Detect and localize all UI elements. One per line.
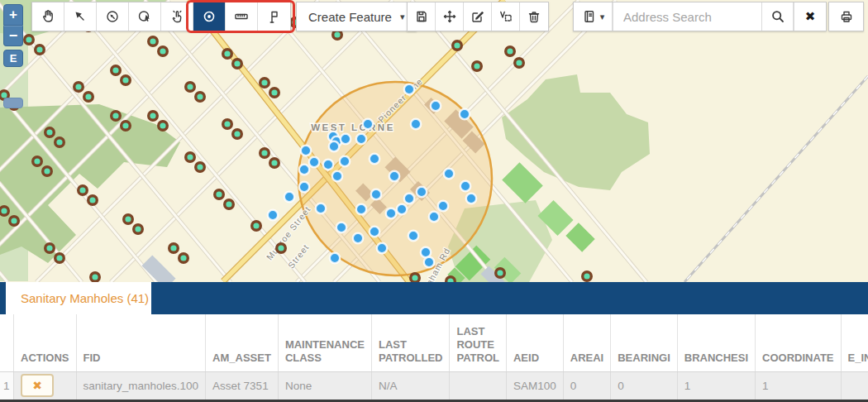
identify-buffer-button[interactable] [193,2,226,31]
manhole-point[interactable] [10,217,19,226]
manhole-point-selected[interactable] [330,253,340,263]
manhole-point[interactable] [74,83,83,92]
column-header-coordinate[interactable]: COORDINATE [756,314,841,371]
save-edits-button[interactable] [408,2,436,31]
manhole-point[interactable] [196,93,205,102]
manhole-point[interactable] [270,89,279,98]
lasso-select-button[interactable] [129,2,161,31]
manhole-point-selected[interactable] [356,204,366,214]
manhole-point[interactable] [233,130,242,139]
manhole-point[interactable] [496,269,505,278]
create-feature-dropdown[interactable]: Create Feature ▾ [297,2,416,31]
column-header-bearingi[interactable]: BEARINGI [611,314,678,371]
manhole-point-selected[interactable] [389,171,399,181]
manhole-point[interactable] [88,196,98,205]
manhole-point-selected[interactable] [340,156,350,166]
manhole-point-selected[interactable] [386,208,396,218]
manhole-point-selected[interactable] [460,181,470,191]
manhole-point-selected[interactable] [353,233,363,243]
manhole-point[interactable] [179,254,188,263]
manhole-point[interactable] [159,122,168,131]
manhole-point-selected[interactable] [408,231,418,241]
extent-button[interactable]: E [3,50,23,67]
column-header-maintenance_class[interactable]: MAINTENANCE CLASS [278,314,371,371]
manhole-point[interactable] [149,112,158,121]
manhole-point[interactable] [333,31,342,40]
manhole-point-selected[interactable] [341,134,351,144]
manhole-point[interactable] [260,149,269,158]
manhole-point[interactable] [33,157,42,166]
manhole-point[interactable] [134,225,143,234]
manhole-point[interactable] [223,120,232,129]
tap-select-button[interactable] [161,2,193,31]
manhole-point-selected[interactable] [363,119,373,129]
manhole-point-selected[interactable] [371,189,381,199]
column-header-fid[interactable]: FID [76,314,206,371]
manhole-point-selected[interactable] [417,187,427,197]
manhole-point-selected[interactable] [377,243,387,253]
manhole-point[interactable] [112,112,121,121]
manhole-point[interactable] [124,215,133,224]
manhole-point[interactable] [506,47,515,56]
manhole-point[interactable] [215,190,224,199]
column-header-areai[interactable]: AREAI [563,314,610,371]
remove-row-button[interactable]: ✖ [21,374,54,397]
manhole-point[interactable] [36,45,45,55]
map-canvas[interactable]: WEST LORNEPioneer LineMunroe StreetStree… [0,0,868,282]
manhole-point-selected[interactable] [466,194,476,203]
move-feature-button[interactable] [436,2,464,31]
manhole-point-selected[interactable] [424,257,434,267]
manhole-point-selected[interactable] [444,169,454,179]
manhole-point-selected[interactable] [397,204,407,214]
manhole-point-selected[interactable] [431,101,441,111]
pointer-select-button[interactable] [64,2,97,31]
select-visible-button[interactable] [97,2,129,31]
manhole-point-selected[interactable] [370,154,379,164]
manhole-point[interactable] [84,93,93,102]
edit-vertices-button[interactable] [492,2,520,31]
manhole-point[interactable] [122,76,131,85]
measure-area-button[interactable] [258,2,290,31]
column-header-branchesi[interactable]: BRANCHESI [677,314,755,371]
manhole-point-selected[interactable] [299,165,309,175]
manhole-point[interactable] [45,244,55,253]
edit-feature-button[interactable] [464,2,492,31]
manhole-point[interactable] [43,167,52,176]
manhole-point[interactable] [583,272,592,281]
manhole-point-selected[interactable] [329,141,339,151]
search-button[interactable] [761,2,794,31]
column-header-actions[interactable]: ACTIONS [14,314,77,371]
manhole-point-selected[interactable] [460,109,470,119]
manhole-point[interactable] [55,254,64,263]
manhole-point[interactable] [473,62,482,71]
manhole-point[interactable] [260,79,269,88]
manhole-point[interactable] [252,222,261,231]
manhole-point-selected[interactable] [421,247,431,257]
manhole-point[interactable] [91,273,100,282]
column-header-e_inv[interactable]: E_INV [841,314,868,371]
manhole-point-selected[interactable] [323,160,333,170]
column-header-aeid[interactable]: AEID [506,314,563,371]
manhole-point[interactable] [0,207,8,216]
manhole-point[interactable] [122,122,131,131]
manhole-point[interactable] [453,41,462,50]
manhole-point-selected[interactable] [411,119,421,129]
manhole-point[interactable] [25,36,34,45]
manhole-point[interactable] [270,159,279,168]
manhole-point-selected[interactable] [309,157,319,167]
manhole-point-selected[interactable] [356,134,366,144]
manhole-point[interactable] [186,153,195,162]
column-header-last_route_patrol[interactable]: LAST ROUTE PATROL [450,314,507,371]
manhole-point-selected[interactable] [332,171,342,181]
manhole-point-selected[interactable] [336,223,346,232]
manhole-point[interactable] [55,138,64,147]
manhole-point[interactable] [277,244,286,253]
manhole-point-selected[interactable] [404,194,414,203]
row-number-header[interactable] [0,314,14,371]
manhole-point[interactable] [112,66,121,75]
manhole-point[interactable] [233,60,242,69]
manhole-point-selected[interactable] [301,146,311,156]
manhole-point-selected[interactable] [268,210,278,220]
manhole-point[interactable] [196,163,205,172]
column-header-last_patrolled[interactable]: LAST PATROLLED [371,314,450,371]
